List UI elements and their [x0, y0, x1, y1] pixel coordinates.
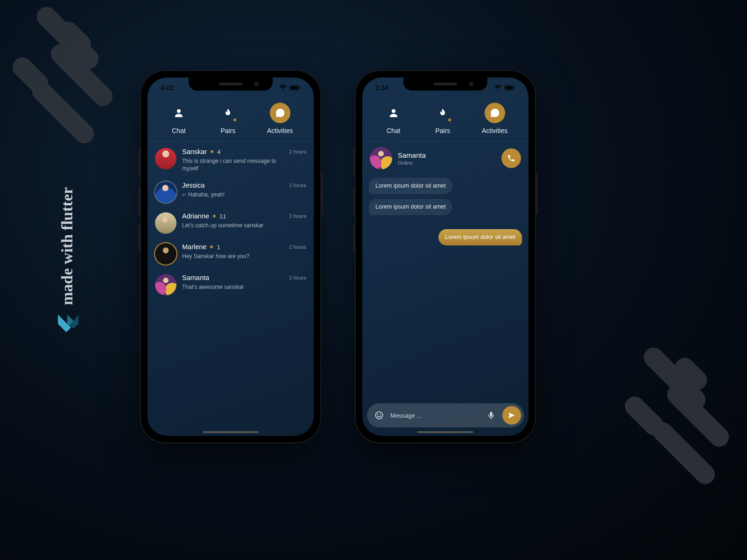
chat-timestamp: 2 hours	[289, 243, 306, 250]
voice-button[interactable]	[485, 409, 498, 422]
tab-pairs-label: Pairs	[435, 127, 450, 134]
unread-dot-icon	[210, 245, 213, 248]
svg-rect-14	[490, 412, 493, 416]
send-icon	[507, 411, 516, 420]
contact-status: Online	[398, 160, 426, 166]
flame-badge-icon	[447, 118, 452, 122]
phone-conversation: 3:34 Chat Pairs Activities Sama	[355, 70, 536, 443]
svg-rect-4	[290, 86, 298, 89]
microphone-icon	[486, 411, 496, 420]
battery-icon	[289, 85, 301, 91]
unread-count: 11	[219, 213, 226, 220]
tab-chat[interactable]: Chat	[169, 103, 189, 134]
avatar	[155, 182, 176, 203]
tab-chat-label: Chat	[387, 127, 401, 134]
home-indicator	[417, 431, 473, 433]
wifi-icon	[279, 85, 287, 91]
device-notch	[403, 77, 487, 91]
conversation-header: Samanta Online	[362, 141, 529, 175]
top-tabs: Chat Pairs Activities	[148, 98, 314, 141]
battery-icon	[504, 85, 515, 91]
chat-timestamp: 2 hours	[289, 182, 306, 188]
top-tabs: Chat Pairs Activities	[362, 98, 529, 141]
side-label-text: made with flutter	[58, 187, 76, 305]
wifi-icon	[494, 85, 501, 91]
chat-preview: Hahaha, yeah!	[188, 191, 225, 198]
avatar[interactable]	[370, 147, 392, 169]
chat-row[interactable]: Jessica ↩Hahaha, yeah! 2 hours	[155, 177, 306, 208]
svg-point-10	[392, 109, 395, 113]
made-with-flutter-label: made with flutter	[56, 187, 78, 336]
home-indicator	[203, 431, 259, 433]
unread-count: 4	[217, 148, 220, 155]
chat-row[interactable]: Marlene 1 Hey Sanskar how are you? 2 hou…	[155, 238, 306, 269]
unread-count: 1	[217, 244, 220, 251]
svg-point-12	[377, 414, 378, 415]
avatar	[155, 148, 176, 169]
message-composer: Message ...	[367, 403, 524, 427]
svg-rect-9	[514, 87, 515, 89]
chat-preview: Hey Sanskar how are you?	[182, 252, 283, 260]
svg-point-11	[376, 412, 383, 419]
chat-name: Adrianne	[182, 212, 209, 220]
phone-chat-list: 4:22 Chat Pairs Activities	[140, 70, 321, 443]
tab-activities-label: Activities	[482, 127, 507, 134]
chat-row[interactable]: Sanskar 4 This is strange i can send mes…	[155, 143, 306, 177]
svg-point-13	[380, 414, 381, 415]
svg-rect-8	[505, 86, 513, 89]
status-time: 3:34	[375, 84, 388, 91]
chat-name: Sanskar	[182, 148, 207, 155]
chat-preview: That's awesome sanskar	[182, 283, 283, 291]
emoji-button[interactable]	[373, 409, 386, 422]
chat-row[interactable]: Samanta That's awesome sanskar 2 hours	[155, 269, 306, 300]
chat-row[interactable]: Adrianne 11 Let's catch up sometime sans…	[155, 208, 306, 238]
tab-pairs[interactable]: Pairs	[432, 103, 453, 134]
tab-chat-label: Chat	[172, 127, 186, 134]
tab-chat[interactable]: Chat	[383, 103, 404, 134]
svg-rect-5	[299, 87, 300, 89]
send-button[interactable]	[502, 406, 521, 425]
reply-arrow-icon: ↩	[182, 191, 186, 198]
tab-activities-label: Activities	[267, 127, 293, 134]
tab-pairs[interactable]: Pairs	[218, 103, 238, 134]
chat-name: Marlene	[182, 243, 206, 251]
svg-point-6	[177, 109, 181, 113]
decor-slashes-bottom-right	[616, 359, 738, 481]
avatar	[155, 212, 176, 234]
status-time: 4:22	[161, 84, 174, 91]
message-incoming[interactable]: Lorem ipsum dolor sit amet	[369, 199, 452, 215]
avatar	[155, 243, 176, 265]
message-incoming[interactable]: Lorem ipsum dolor sit amet	[369, 178, 452, 194]
avatar	[155, 274, 176, 295]
emoji-icon	[374, 411, 384, 420]
chat-name: Samanta	[182, 274, 209, 281]
flutter-logo-icon	[56, 314, 78, 336]
chat-name: Jessica	[182, 182, 204, 189]
chat-timestamp: 2 hours	[289, 274, 306, 280]
message-outgoing[interactable]: Lorem ipsum dolor sit amet	[438, 229, 522, 245]
chat-list: Sanskar 4 This is strange i can send mes…	[148, 141, 314, 302]
tab-pairs-label: Pairs	[220, 127, 235, 134]
chat-timestamp: 2 hours	[289, 148, 306, 154]
unread-dot-icon	[211, 150, 213, 153]
phone-icon	[507, 154, 515, 162]
message-input[interactable]: Message ...	[390, 412, 480, 419]
chat-preview: This is strange i can send message to my…	[182, 157, 283, 172]
message-list: Lorem ipsum dolor sit amet Lorem ipsum d…	[362, 175, 529, 248]
tab-activities[interactable]: Activities	[482, 103, 507, 134]
chat-preview: Let's catch up sometime sanskar	[182, 222, 283, 229]
unread-dot-icon	[213, 215, 216, 217]
chat-timestamp: 2 hours	[289, 212, 306, 219]
device-notch	[189, 77, 273, 91]
contact-name: Samanta	[398, 151, 426, 159]
call-button[interactable]	[501, 148, 521, 168]
decor-slashes-top-left	[23, 9, 145, 131]
flame-badge-icon	[233, 118, 237, 122]
tab-activities[interactable]: Activities	[267, 103, 293, 134]
